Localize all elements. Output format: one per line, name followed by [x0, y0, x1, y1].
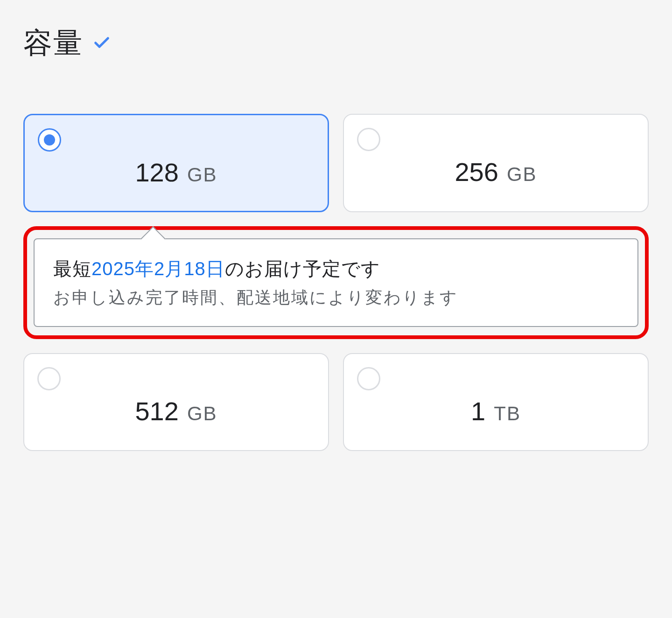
delivery-prefix: 最短 [53, 258, 91, 279]
option-value: 256 [455, 157, 498, 187]
option-unit: GB [507, 163, 537, 186]
option-unit: GB [187, 164, 217, 186]
option-value: 512 [135, 396, 178, 426]
delivery-callout-highlight: 最短2025年2月18日のお届け予定です お申し込み完了時間、配送地域により変わ… [23, 226, 649, 339]
option-value: 1 [471, 396, 485, 426]
option-label: 1 TB [471, 396, 521, 426]
capacity-option-1tb[interactable]: 1 TB [343, 353, 649, 451]
radio-icon [357, 128, 380, 151]
check-icon [92, 34, 111, 52]
radio-icon [38, 128, 61, 152]
radio-icon [357, 367, 380, 390]
capacity-option-512gb[interactable]: 512 GB [23, 353, 329, 451]
capacity-option-128gb[interactable]: 128 GB [23, 114, 329, 212]
option-label: 256 GB [455, 157, 537, 187]
option-unit: TB [494, 403, 521, 425]
option-value: 128 [135, 157, 178, 187]
delivery-callout: 最短2025年2月18日のお届け予定です お申し込み完了時間、配送地域により変わ… [34, 238, 638, 327]
capacity-options-grid: 128 GB 256 GB 最短2025年2月18日のお届け予定です お申し込み… [23, 114, 649, 451]
option-label: 512 GB [135, 396, 217, 426]
callout-pointer-icon [140, 226, 166, 251]
radio-icon [37, 367, 61, 390]
option-label: 128 GB [135, 157, 217, 187]
delivery-estimate-line: 最短2025年2月18日のお届け予定です [53, 256, 619, 282]
option-unit: GB [187, 403, 217, 425]
capacity-option-256gb[interactable]: 256 GB [343, 114, 649, 212]
section-title: 容量 [23, 23, 83, 62]
delivery-note: お申し込み完了時間、配送地域により変わります [53, 286, 619, 309]
delivery-suffix: のお届け予定です [225, 258, 380, 279]
section-header: 容量 [23, 23, 649, 62]
delivery-date: 2025年2月18日 [91, 258, 225, 279]
